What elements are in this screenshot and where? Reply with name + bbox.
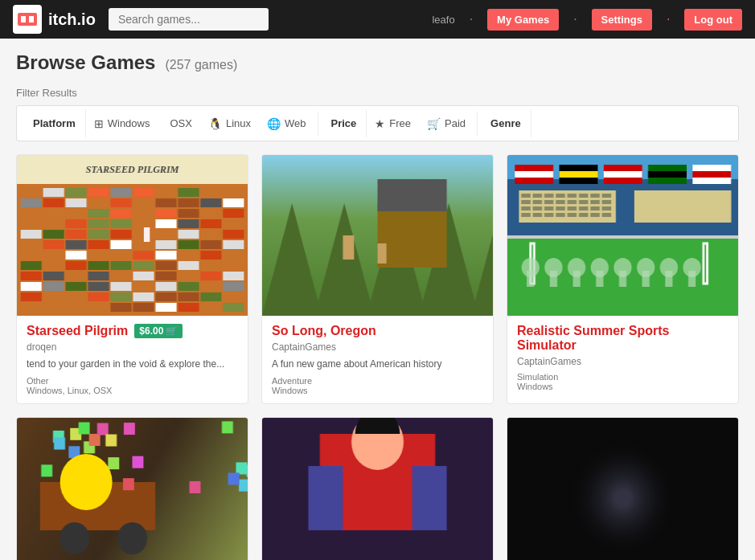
game-info-2: Realistic Summer Sports Simulator Captai… [507,316,738,399]
game-tags-1: Adventure Windows [272,376,483,395]
games-grid: Starseed Pilgrim $6.00 🛒 droqen tend to … [16,154,739,560]
filter-osx[interactable]: OSX [158,109,199,137]
star-icon: ★ [375,117,385,130]
filter-web[interactable]: 🌐 Web [259,109,314,138]
game-title-1[interactable]: So Long, Oregon [272,324,376,338]
filter-label: Filter Results [16,87,739,99]
header: itch.io leafo · My Games · Settings · Lo… [0,0,755,39]
platform-filter-label: Platform [23,109,86,137]
cart-icon: 🛒 [427,117,441,130]
filter-paid[interactable]: 🛒 Paid [419,109,474,138]
price-filter-label: Price [322,109,367,137]
game-thumb-2 [507,155,738,316]
main-content: Browse Games (257 games) Filter Results … [0,39,755,560]
game-title-2[interactable]: Realistic Summer Sports Simulator [517,324,728,353]
genre-wrapper: Action Adventure Puzzle Simulation RPG [531,106,606,141]
web-icon: 🌐 [267,117,281,130]
game-info-0: Starseed Pilgrim $6.00 🛒 droqen tend to … [17,316,248,403]
search-input[interactable] [109,8,269,31]
game-card-0[interactable]: Starseed Pilgrim $6.00 🛒 droqen tend to … [16,154,248,404]
logo-icon [13,5,42,34]
logo-link[interactable]: itch.io [13,5,96,34]
svg-rect-0 [18,13,37,26]
filter-linux[interactable]: 🐧 Linux [200,109,259,138]
my-games-button[interactable]: My Games [487,9,559,31]
game-info-1: So Long, Oregon CaptainGames A fun new g… [262,316,493,403]
game-title-row-1: So Long, Oregon [272,324,483,338]
game-author-0: droqen [27,341,238,353]
filter-free[interactable]: ★ Free [367,109,419,138]
game-count: (257 games) [165,58,237,72]
game-card-4[interactable] [261,417,494,560]
filter-windows-label: Windows [108,117,150,129]
svg-rect-1 [21,16,26,22]
page-title: Browse Games [16,51,155,74]
windows-icon: ⊞ [94,117,104,130]
logo-text: itch.io [48,10,96,29]
game-tags-2: Simulation Windows [517,372,728,391]
game-card-5[interactable] [507,417,739,560]
filter-windows[interactable]: ⊞ Windows [86,109,158,138]
linux-icon: 🐧 [208,117,222,130]
game-thumb-3 [17,418,248,560]
game-desc-0: tend to your garden in the void & explor… [27,358,238,371]
svg-rect-2 [29,16,34,22]
game-card-3[interactable] [16,417,248,560]
header-username: leafo [432,14,454,26]
game-author-2: CaptainGames [517,356,728,367]
game-thumb-1 [262,155,493,316]
genre-select[interactable]: Action Adventure Puzzle Simulation RPG [538,109,600,137]
settings-button[interactable]: Settings [592,9,652,31]
dot1: · [470,12,473,27]
game-thumb-5 [507,418,738,560]
cart-icon-0: 🛒 [166,325,178,337]
page-title-row: Browse Games (257 games) [16,51,739,74]
genre-filter-label: Genre [481,109,531,137]
game-title-row-0: Starseed Pilgrim $6.00 🛒 [27,324,238,338]
filter-paid-label: Paid [445,117,466,129]
divider2 [477,112,478,136]
dot2: · [573,12,577,27]
dot3: · [667,12,670,27]
game-card-2[interactable]: Realistic Summer Sports Simulator Captai… [507,154,739,404]
filter-bar: Platform ⊞ Windows OSX 🐧 Linux 🌐 Web Pri… [16,105,739,141]
filter-free-label: Free [389,117,411,129]
game-thumb-0 [17,155,248,316]
game-tags-0: Other Windows, Linux, OSX [27,376,238,395]
game-title-row-2: Realistic Summer Sports Simulator [517,324,728,353]
logout-button[interactable]: Log out [684,9,742,31]
filter-osx-label: OSX [170,117,191,129]
game-title-0[interactable]: Starseed Pilgrim [27,324,128,338]
game-card-1[interactable]: So Long, Oregon CaptainGames A fun new g… [261,154,494,404]
divider1 [318,112,318,136]
price-text-0: $6.00 [139,325,163,337]
game-author-1: CaptainGames [272,341,483,353]
game-price-0: $6.00 🛒 [134,324,183,338]
game-desc-1: A fun new game about American history [272,358,483,371]
game-thumb-4 [262,418,493,560]
filter-linux-label: Linux [226,117,251,129]
filter-web-label: Web [285,117,306,129]
